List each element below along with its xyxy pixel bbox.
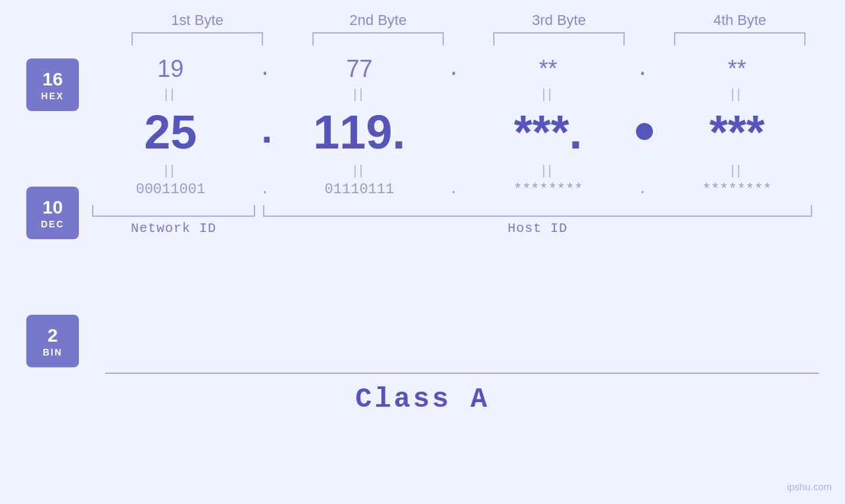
hex-b1: 19 xyxy=(98,55,243,83)
dec-badge: 10 DEC xyxy=(26,187,79,239)
byte4-header: 4th Byte xyxy=(667,12,812,29)
dec-b4: *** xyxy=(665,105,809,159)
dec-b2: 119. xyxy=(287,105,431,159)
eq2-b1: || xyxy=(98,163,243,178)
eq1-b2: || xyxy=(287,87,431,102)
equals-row-2: || || || || xyxy=(92,162,815,178)
watermark: ipshu.com xyxy=(787,481,832,492)
hex-num: 16 xyxy=(42,68,62,91)
bin-badge: 2 BIN xyxy=(26,315,79,367)
hex-badge: 16 HEX xyxy=(26,58,79,111)
bracket-4 xyxy=(674,32,806,45)
top-bracket-row xyxy=(107,29,831,49)
bin-label: BIN xyxy=(43,347,62,357)
hex-dot2: . xyxy=(444,57,464,81)
bracket-3 xyxy=(493,32,625,45)
byte3-header: 3rd Byte xyxy=(487,12,631,29)
bin-b1: 00011001 xyxy=(98,181,243,198)
bin-dot3: . xyxy=(633,181,652,198)
main-container: 1st Byte 2nd Byte 3rd Byte 4th Byte 16 H… xyxy=(0,0,845,504)
dec-b3: ***. xyxy=(476,105,621,159)
bin-num: 2 xyxy=(47,325,58,347)
hex-b3: ** xyxy=(476,55,621,83)
dec-num: 10 xyxy=(42,196,62,219)
host-bracket xyxy=(263,205,812,217)
class-label: Class A xyxy=(355,384,489,415)
eq2-b3: || xyxy=(476,163,621,178)
equals-row-1: || || || || xyxy=(92,86,815,102)
dec-dot1: . xyxy=(255,110,275,154)
byte1-header: 1st Byte xyxy=(125,12,270,29)
hex-b2: 77 xyxy=(287,55,431,83)
dec-values-row: 25 . 119. ***. ● *** xyxy=(92,102,815,162)
hex-dot1: . xyxy=(255,57,275,81)
byte-headers: 1st Byte 2nd Byte 3rd Byte 4th Byte xyxy=(107,12,831,29)
eq1-b3: || xyxy=(476,87,621,102)
hex-label: HEX xyxy=(41,91,64,101)
class-label-row: Class A xyxy=(0,384,845,415)
dec-dot3: ● xyxy=(633,110,652,154)
bracket-2 xyxy=(312,32,444,45)
network-id-label: Network ID xyxy=(92,221,255,236)
bin-b4: ******** xyxy=(665,181,809,198)
dec-b1: 25 xyxy=(98,105,243,159)
byte2-header: 2nd Byte xyxy=(306,12,450,29)
eq2-b4: || xyxy=(665,163,809,178)
dec-label: DEC xyxy=(41,219,64,229)
host-id-label: Host ID xyxy=(263,221,812,236)
data-grid: 19 . 77 . ** . ** || || || || 25 xyxy=(92,52,838,367)
bin-b3: ******** xyxy=(476,181,621,198)
bin-dot1: . xyxy=(255,181,275,198)
eq2-b2: || xyxy=(287,163,431,178)
network-bracket xyxy=(92,205,255,217)
hex-b4: ** xyxy=(665,55,809,83)
eq1-b1: || xyxy=(98,87,243,102)
eq1-b4: || xyxy=(665,87,809,102)
bin-values-row: 00011001 . 01110111 . ******** . *******… xyxy=(92,178,815,201)
bottom-full-line xyxy=(105,373,819,374)
left-labels: 16 HEX 10 DEC 2 BIN xyxy=(26,58,79,367)
bin-b2: 01110111 xyxy=(287,181,431,198)
bin-dot2: . xyxy=(444,181,464,198)
hex-dot3: . xyxy=(633,57,652,81)
bracket-1 xyxy=(132,32,263,45)
hex-values-row: 19 . 77 . ** . ** xyxy=(92,52,815,86)
